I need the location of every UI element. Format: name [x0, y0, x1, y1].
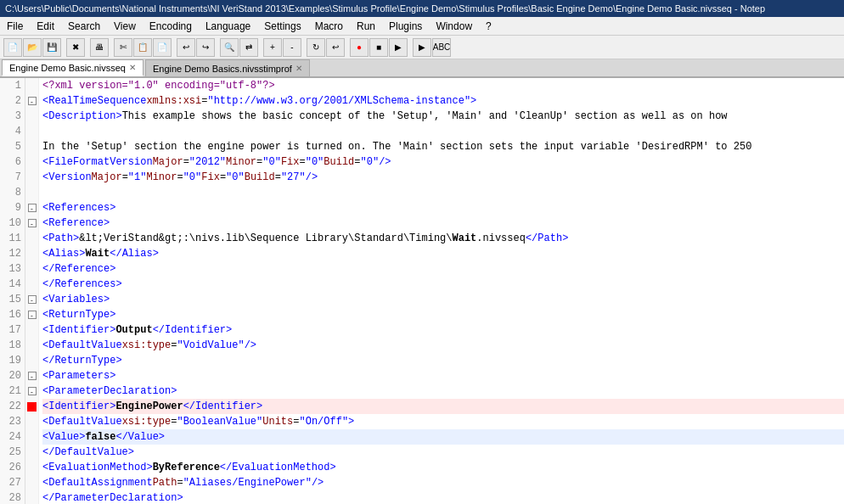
code-line[interactable]: <Path>&lt;VeriStand&gt;:\nivs.lib\Sequen…: [42, 231, 844, 246]
code-line[interactable]: [42, 185, 844, 200]
tb-redo[interactable]: ↪: [196, 38, 215, 57]
tb-spell[interactable]: ABC: [432, 38, 451, 57]
line-number: 27: [3, 475, 21, 490]
menu-encoding[interactable]: Encoding: [143, 17, 199, 35]
line-number: 23: [3, 414, 21, 429]
code-line[interactable]: <FileFormatVersion Major="2012" Minor="0…: [42, 154, 844, 170]
code-line[interactable]: <DefaultAssignment Path="Aliases/EngineP…: [42, 475, 844, 490]
code-line[interactable]: </DefaultValue>: [42, 445, 844, 460]
gutter-row[interactable]: -: [25, 368, 38, 384]
gutter-row[interactable]: -: [25, 216, 38, 231]
gutter-row[interactable]: -: [25, 200, 38, 216]
code-line[interactable]: <Identifier>EnginePower</Identifier>: [42, 399, 844, 414]
code-line[interactable]: <Value>false</Value>: [42, 429, 844, 445]
gutter-row[interactable]: -: [25, 93, 38, 109]
tb-save[interactable]: 💾: [42, 38, 61, 57]
tab-label-nivsseq: Engine Demo Basic.nivsseq: [9, 63, 126, 73]
tb-close[interactable]: ✖: [66, 38, 85, 57]
tab-nivsseq[interactable]: Engine Demo Basic.nivsseq ✕: [2, 59, 143, 76]
tb-run[interactable]: ▶: [413, 38, 431, 57]
menu-language[interactable]: Language: [199, 17, 257, 35]
gutter-row: [25, 490, 38, 504]
line-number: 20: [3, 368, 21, 384]
tb-open[interactable]: 📂: [23, 38, 42, 57]
code-line[interactable]: <DefaultValue xsi:type="BooleanValue" Un…: [42, 414, 844, 429]
tb-replace[interactable]: ⇄: [239, 38, 258, 57]
collapse-btn[interactable]: -: [28, 387, 37, 395]
menu-plugins[interactable]: Plugins: [382, 17, 429, 35]
menu-window[interactable]: Window: [429, 17, 479, 35]
tb-wrap[interactable]: ↩: [326, 38, 345, 57]
code-line[interactable]: <Parameters>: [42, 368, 844, 384]
tb-zoom-in[interactable]: +: [263, 38, 282, 57]
tb-zoom-out[interactable]: -: [283, 38, 301, 57]
code-line[interactable]: <RealTimeSequence xmlns:xsi="http://www.…: [42, 93, 844, 109]
code-line[interactable]: <Version Major="1" Minor="0" Fix="0" Bui…: [42, 170, 844, 185]
tb-macro-play[interactable]: ▶: [389, 38, 408, 57]
code-line[interactable]: </Reference>: [42, 261, 844, 277]
menu-view[interactable]: View: [107, 17, 143, 35]
gutter-row[interactable]: -: [25, 292, 38, 307]
menu-run[interactable]: Run: [350, 17, 382, 35]
gutter-row[interactable]: -: [25, 307, 38, 322]
tb-macro-rec[interactable]: ●: [350, 38, 369, 57]
code-line[interactable]: <Alias>Wait</Alias>: [42, 246, 844, 261]
collapse-btn[interactable]: -: [28, 372, 37, 380]
code-line[interactable]: <?xml version="1.0" encoding="utf-8"?>: [42, 78, 844, 93]
code-line[interactable]: </ReturnType>: [42, 353, 844, 368]
code-line[interactable]: <EvaluationMethod>ByReference</Evaluatio…: [42, 460, 844, 475]
tb-undo[interactable]: ↩: [177, 38, 195, 57]
collapse-btn[interactable]: -: [28, 97, 37, 105]
tb-macro-stop[interactable]: ■: [369, 38, 388, 57]
code-line[interactable]: <References>: [42, 200, 844, 216]
line-number: 21: [3, 384, 21, 399]
tab-close-stimprof[interactable]: ✕: [295, 64, 302, 73]
code-line[interactable]: <DefaultValue xsi:type="VoidValue" />: [42, 338, 844, 353]
menu-macro[interactable]: Macro: [308, 17, 350, 35]
code-line[interactable]: In the 'Setup' section the engine power …: [42, 139, 844, 154]
tb-cut[interactable]: ✄: [114, 38, 132, 57]
code-line[interactable]: <Description>This example shows the basi…: [42, 109, 844, 124]
menu-search[interactable]: Search: [61, 17, 107, 35]
gutter-row: [25, 322, 38, 338]
code-line[interactable]: <ParameterDeclaration>: [42, 384, 844, 399]
gutter: -------: [25, 78, 39, 504]
code-line[interactable]: </References>: [42, 277, 844, 292]
tb-paste[interactable]: 📄: [153, 38, 172, 57]
tb-find[interactable]: 🔍: [220, 38, 239, 57]
code-line[interactable]: [42, 124, 844, 139]
gutter-row: [25, 261, 38, 277]
tb-print[interactable]: 🖶: [90, 38, 109, 57]
code-line[interactable]: <ReturnType>: [42, 307, 844, 322]
tabs-bar: Engine Demo Basic.nivsseq ✕ Engine Demo …: [0, 59, 844, 78]
menu-settings[interactable]: Settings: [257, 17, 307, 35]
menu-file[interactable]: File: [0, 17, 30, 35]
line-number: 2: [3, 93, 21, 109]
gutter-row: [25, 460, 38, 475]
code-line[interactable]: <Variables>: [42, 292, 844, 307]
code-line[interactable]: <Reference>: [42, 216, 844, 231]
line-number: 24: [3, 429, 21, 445]
title-bar: C:\Users\Public\Documents\National Instr…: [0, 0, 844, 17]
gutter-row[interactable]: -: [25, 384, 38, 399]
tb-copy[interactable]: 📋: [133, 38, 152, 57]
code-area[interactable]: <?xml version="1.0" encoding="utf-8"?><R…: [39, 78, 844, 504]
collapse-btn[interactable]: -: [28, 295, 37, 304]
collapse-btn[interactable]: -: [28, 204, 37, 212]
menu-help[interactable]: ?: [479, 17, 498, 35]
code-line[interactable]: </ParameterDeclaration>: [42, 490, 844, 504]
line-number: 28: [3, 490, 21, 504]
tab-close-nivsseq[interactable]: ✕: [129, 63, 136, 72]
tb-new[interactable]: 📄: [3, 38, 22, 57]
gutter-row[interactable]: [25, 399, 38, 414]
collapse-btn[interactable]: -: [28, 219, 37, 227]
line-number: 14: [3, 277, 21, 292]
editor[interactable]: 1234567891011121314151617181920212223242…: [0, 78, 844, 504]
collapse-btn[interactable]: -: [28, 311, 37, 319]
menu-edit[interactable]: Edit: [30, 17, 61, 35]
tb-sync[interactable]: ↻: [307, 38, 325, 57]
gutter-row: [25, 338, 38, 353]
tab-stimprof[interactable]: Engine Demo Basics.nivsstimprof ✕: [145, 59, 310, 76]
code-line[interactable]: <Identifier>Output</Identifier>: [42, 322, 844, 338]
gutter-row: [25, 124, 38, 139]
